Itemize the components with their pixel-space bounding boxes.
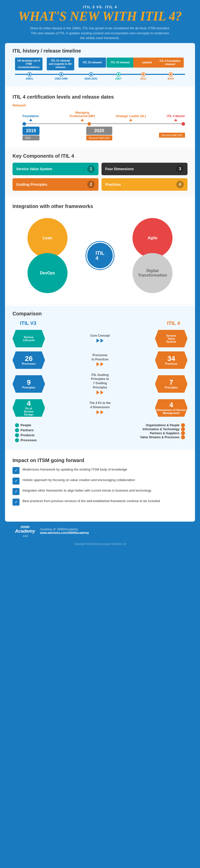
- comp-middle-core: Core Concept: [47, 334, 153, 343]
- dot-processes: [15, 438, 19, 442]
- header-title-main: What's new with ITIL 4?: [18, 9, 182, 23]
- impact-item-4: ✓ Best practices from previous versions …: [12, 499, 188, 505]
- integration-title: Integration with other frameworks: [12, 204, 188, 209]
- footer-logo-number: 20000: [21, 525, 30, 529]
- component-guiding-label: Guiding Principles: [16, 182, 47, 186]
- v4-list-value-streams: Value Streams & Processes: [47, 435, 185, 439]
- cert-level-foundation: Foundation: [23, 114, 39, 118]
- component-four-dims[interactable]: Four Dimensions 3: [101, 163, 188, 175]
- key-components-title: Key Components of ITIL 4: [12, 153, 188, 159]
- v3-list-people: People: [15, 423, 42, 427]
- main-content-card: ITIL history / release timeline UK devel…: [5, 43, 195, 522]
- timeline-bubble-2: ITIL V1 released and expands to 30+ volu…: [47, 58, 74, 70]
- comp-hex-26: 26 Processes: [12, 351, 45, 369]
- cert-year-2020-block: 2020 Second Half (H2): [86, 127, 112, 141]
- dot-products: [15, 433, 19, 437]
- timeline-bubble-4: ITIL V3 released: [106, 58, 134, 68]
- comp-middle-4ps: The 4 Ps to the4 Dimensions: [47, 401, 153, 415]
- checkmark-icon-2: ✓: [12, 477, 20, 485]
- v4-list-org-people: Organizations & People: [47, 423, 185, 427]
- circle-digital-label: DigitalTransformation: [135, 266, 169, 280]
- comp-hex-dims: 4 Dimensions of Service Management: [155, 399, 188, 417]
- comp-arrow-2: [47, 362, 153, 366]
- v3-list-products: Products: [15, 433, 42, 437]
- cert-arrow-foundation: [29, 119, 32, 121]
- timeline-title: ITIL history / release timeline: [12, 48, 188, 54]
- circle-agile: Agile: [133, 218, 172, 258]
- arrow-icon-1: [97, 339, 100, 343]
- timeline-bubble-6: ITIL 4 Foundation released: [156, 58, 184, 68]
- comp-row-4: 4 Ps ofServiceDesign The 4 Ps to the4 Di…: [12, 399, 188, 417]
- comp-hex-9: 9 Principles: [12, 375, 45, 393]
- cert-year-2020: 2020: [86, 127, 112, 135]
- header-title: What's new with ITIL 4?: [10, 9, 190, 23]
- cert-arrow-master: [174, 119, 177, 121]
- arrow-icon-3: [97, 391, 100, 395]
- impact-section: Impact on ITSM going forward ✓ Modernize…: [5, 453, 195, 514]
- timeline-dot-6: [169, 72, 172, 76]
- cert-level-mp: ManagingProfessional (MP): [69, 111, 95, 118]
- integration-section: Integration with other frameworks Lean A…: [5, 198, 195, 303]
- dot-partners: [15, 428, 19, 432]
- comp-arrow-1: [47, 339, 153, 343]
- component-svs[interactable]: Service Value System 1: [12, 163, 99, 175]
- timeline-dot-5: [141, 72, 145, 76]
- component-practices-label: Practices: [105, 182, 121, 186]
- timeline-dot-4: [117, 72, 120, 76]
- comp-row-3: 9 Principles ITIL GuidingPrinciples to7 …: [12, 373, 188, 395]
- footer-logo-block: 20000 Academy ◢◢◢: [15, 525, 35, 537]
- checkmark-icon-4: ✓: [12, 499, 20, 505]
- circle-itil4-center: ITIL4: [86, 242, 114, 269]
- cert-period-h2-right-block: Second Half (H2): [159, 127, 185, 138]
- cert-period-h2-right: Second Half (H2): [159, 133, 185, 138]
- header: ITIL 3 vs. ITIL 4 What's new with ITIL 4…: [0, 0, 200, 43]
- component-four-dims-label: Four Dimensions: [105, 167, 134, 171]
- cert-year-2019-block: 2019 FEB: [23, 127, 39, 141]
- integration-diagram: Lean Agile DevOps DigitalTransformation …: [12, 213, 188, 298]
- circle-agile-label: Agile: [147, 236, 157, 240]
- header-title-highlight: ITIL 4: [140, 9, 175, 23]
- comparison-section: Comparison ITIL V3 ITIL 4 ServiceLifecyc…: [5, 306, 195, 450]
- cert-arrow-mp: [81, 119, 84, 121]
- arrow-icon-1b: [100, 339, 103, 343]
- certification-title: ITIL 4 certification levels and release …: [12, 94, 188, 100]
- impact-list: ✓ Modernizes framework by updating the e…: [12, 467, 188, 505]
- cert-level-sl: Strategic Leader (SL): [116, 114, 146, 118]
- v3-list: People Partners Products Processes: [15, 423, 42, 442]
- v4-list-info-tech: Information & Technology: [47, 427, 185, 431]
- comparison-title: Comparison: [12, 311, 188, 317]
- v4-list-partners-suppliers: Partners & Suppliers: [47, 431, 185, 435]
- component-guiding[interactable]: Guiding Principles 2: [12, 178, 99, 191]
- dot-partners-suppliers: [181, 431, 185, 435]
- footer: 20000 Academy ◢◢◢ Courtesy of: 20000Acad…: [5, 522, 195, 540]
- comparison-headers: ITIL V3 ITIL 4: [12, 320, 188, 326]
- timeline-bubble-1: UK develops set of ITSM recommendations: [15, 58, 42, 70]
- impact-title: Impact on ITSM going forward: [12, 458, 188, 463]
- cert-level-master: ITIL 4 Master: [167, 114, 185, 118]
- component-four-dims-num: 3: [176, 165, 184, 173]
- v4-header: ITIL 4: [167, 320, 180, 326]
- comp-middle-principles: ITIL GuidingPrinciples to7 GuidingPrinci…: [47, 373, 153, 395]
- timeline-dot-1: [28, 72, 31, 76]
- copyright-text: Copyright ©2019 Advisera Expert Solution…: [0, 540, 200, 547]
- circle-itil4-text: ITIL4: [96, 251, 104, 260]
- timeline-bubble-3: ITIL V2 released: [78, 58, 106, 68]
- comp-row-2: 26 Processes Processesto Practices 34 Pr…: [12, 351, 188, 369]
- cert-period-feb: FEB: [23, 135, 39, 141]
- component-svs-label: Service Value System: [16, 167, 52, 171]
- dot-people: [15, 423, 19, 427]
- circle-devops-label: DevOps: [40, 271, 55, 275]
- header-description: Since its initial release in the 1980s, …: [30, 26, 170, 40]
- circle-devops: DevOps: [28, 253, 67, 293]
- component-svs-num: 1: [87, 165, 95, 173]
- header-eyebrow: ITIL 3 vs. ITIL 4: [10, 5, 190, 9]
- v3-list-partners: Partners: [15, 428, 42, 432]
- arrow-icon-2b: [100, 362, 103, 366]
- dot-value-streams: [181, 435, 185, 439]
- impact-item-2: ✓ Holistic approach by focusing on value…: [12, 477, 188, 485]
- component-practices[interactable]: Practices 4: [101, 178, 188, 191]
- footer-logo-text: Academy: [15, 529, 35, 534]
- v4-list: Organizations & People Information & Tec…: [47, 423, 185, 439]
- comp-hex-service-lifecycle: ServiceLifecycle: [12, 330, 45, 347]
- component-practices-num: 4: [176, 181, 184, 188]
